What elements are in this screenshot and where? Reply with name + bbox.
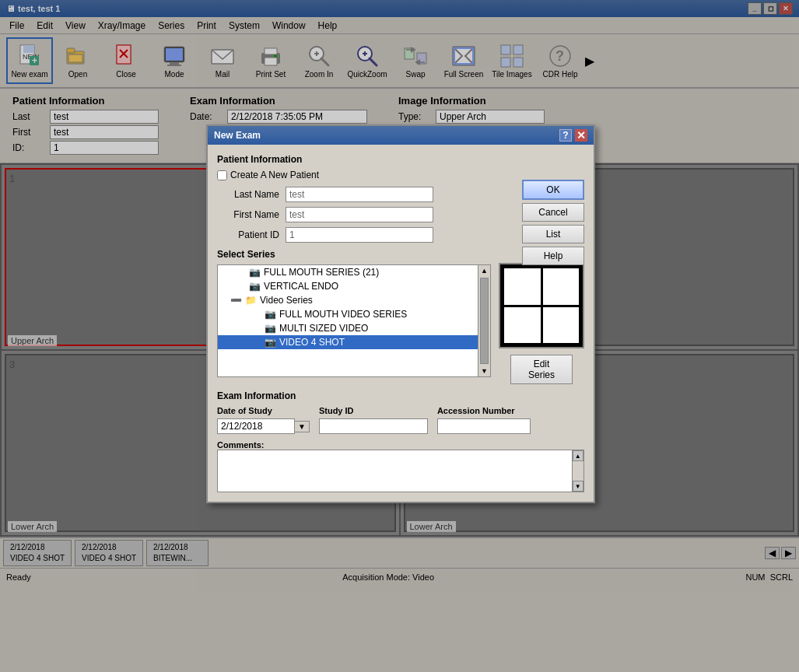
dialog-buttons: OK Cancel List Help bbox=[522, 180, 584, 265]
study-id-col: Study ID bbox=[319, 406, 428, 434]
series-scrollbar[interactable]: ▲ ▼ bbox=[478, 264, 491, 377]
comments-textarea[interactable] bbox=[217, 450, 573, 492]
patient-id-input[interactable] bbox=[286, 227, 433, 243]
series-label-0: FULL MOUTH SERIES (21) bbox=[264, 267, 379, 278]
comments-label: Comments: bbox=[217, 440, 584, 450]
ok-button[interactable]: OK bbox=[522, 180, 584, 200]
date-input-wrap: ▼ bbox=[217, 418, 310, 434]
date-of-study-label: Date of Study bbox=[217, 406, 310, 415]
series-item-3[interactable]: 📷 FULL MOUTH VIDEO SERIES bbox=[218, 307, 478, 321]
dialog-body: OK Cancel List Help Patient Information … bbox=[208, 145, 594, 502]
study-id-input[interactable] bbox=[319, 418, 428, 434]
date-col: Date of Study ▼ bbox=[217, 406, 310, 434]
last-name-field-label: Last Name bbox=[217, 189, 279, 200]
series-icon-3: 📷 bbox=[265, 309, 276, 320]
exam-info-dialog-section: Exam Information Date of Study ▼ Study I… bbox=[217, 390, 584, 492]
comments-section: Comments: ▲ ▼ bbox=[217, 440, 584, 492]
preview-cell-2 bbox=[543, 268, 580, 305]
create-patient-label: Create A New Patient bbox=[230, 170, 319, 180]
first-name-input[interactable] bbox=[286, 207, 433, 222]
series-item-4[interactable]: 📷 MULTI SIZED VIDEO bbox=[218, 321, 478, 335]
series-item-5[interactable]: 📷 VIDEO 4 SHOT bbox=[218, 335, 478, 349]
series-icon-0: 📷 bbox=[249, 267, 261, 278]
scroll-down-arrow[interactable]: ▼ bbox=[478, 366, 490, 376]
series-preview bbox=[499, 263, 584, 348]
select-series-label: Select Series bbox=[217, 249, 491, 260]
series-section: Select Series 📷 FULL MOUTH SERIES (21) 📷 bbox=[217, 249, 584, 384]
series-folder-label: Video Series bbox=[260, 295, 313, 306]
modal-overlay: New Exam ? ✕ OK Cancel List Help Patient… bbox=[0, 0, 799, 672]
comments-scrollbar[interactable]: ▲ ▼ bbox=[573, 450, 585, 492]
list-button[interactable]: List bbox=[522, 225, 584, 243]
accession-col: Accession Number bbox=[437, 406, 531, 434]
series-item-1[interactable]: 📷 VERTICAL ENDO bbox=[218, 279, 478, 293]
create-patient-row: Create A New Patient bbox=[217, 170, 584, 180]
series-label-5: VIDEO 4 SHOT bbox=[279, 337, 345, 348]
help-button[interactable]: Help bbox=[522, 247, 584, 265]
series-item-0[interactable]: 📷 FULL MOUTH SERIES (21) bbox=[218, 265, 478, 279]
new-exam-dialog: New Exam ? ✕ OK Cancel List Help Patient… bbox=[206, 124, 595, 503]
comments-scroll-track bbox=[573, 461, 584, 481]
exam-info-row: Date of Study ▼ Study ID Accession Numbe… bbox=[217, 406, 584, 434]
dialog-titlebar: New Exam ? ✕ bbox=[208, 126, 594, 145]
comments-scroll-down[interactable]: ▼ bbox=[573, 481, 584, 492]
preview-cell-3 bbox=[504, 307, 541, 344]
study-id-label: Study ID bbox=[319, 406, 428, 415]
create-patient-checkbox[interactable] bbox=[217, 170, 227, 180]
comments-wrap: ▲ ▼ bbox=[217, 450, 584, 492]
comments-scroll-up[interactable]: ▲ bbox=[573, 450, 584, 461]
exam-info-dialog-label: Exam Information bbox=[217, 390, 584, 401]
date-of-study-input[interactable] bbox=[217, 418, 295, 434]
dialog-close-button[interactable]: ✕ bbox=[575, 129, 587, 142]
series-icon-4: 📷 bbox=[265, 323, 276, 334]
series-icon-1: 📷 bbox=[249, 281, 261, 292]
dialog-help-button[interactable]: ? bbox=[559, 129, 572, 142]
cancel-button[interactable]: Cancel bbox=[522, 203, 584, 222]
scroll-thumb bbox=[480, 278, 489, 364]
series-label-1: VERTICAL ENDO bbox=[264, 281, 338, 292]
dialog-title: New Exam bbox=[214, 130, 261, 141]
accession-number-input[interactable] bbox=[437, 418, 531, 434]
preview-cell-1 bbox=[504, 268, 541, 305]
patient-id-field-label: Patient ID bbox=[217, 229, 279, 240]
series-folder-video[interactable]: ➖ 📁 Video Series bbox=[218, 293, 478, 307]
expand-icon: ➖ bbox=[230, 295, 242, 306]
series-label-3: FULL MOUTH VIDEO SERIES bbox=[279, 309, 407, 320]
first-name-field-label: First Name bbox=[217, 209, 279, 220]
series-icon-5: 📷 bbox=[265, 337, 276, 348]
series-label-4: MULTI SIZED VIDEO bbox=[279, 323, 368, 334]
scroll-up-arrow[interactable]: ▲ bbox=[478, 265, 490, 276]
patient-info-section-label: Patient Information bbox=[217, 154, 584, 165]
date-picker-button[interactable]: ▼ bbox=[295, 421, 310, 432]
series-tree: 📷 FULL MOUTH SERIES (21) 📷 VERTICAL ENDO… bbox=[217, 264, 478, 377]
edit-series-button[interactable]: Edit Series bbox=[510, 355, 573, 384]
folder-icon: 📁 bbox=[245, 295, 257, 306]
preview-cell-4 bbox=[543, 307, 580, 344]
accession-number-label: Accession Number bbox=[437, 406, 531, 415]
last-name-input[interactable] bbox=[286, 187, 433, 202]
